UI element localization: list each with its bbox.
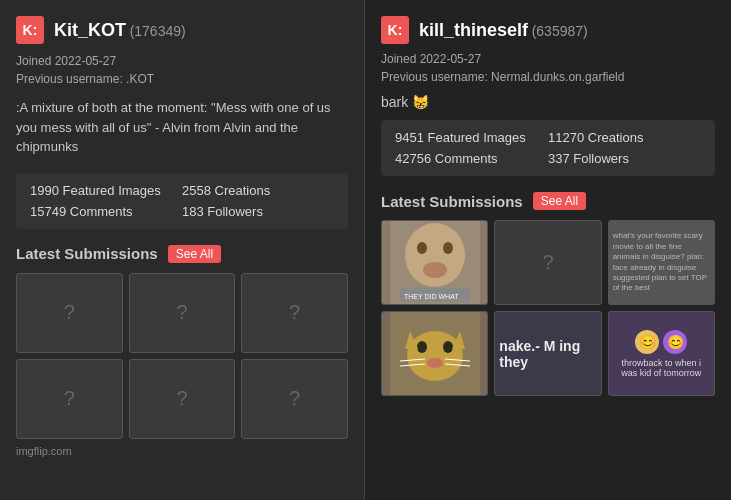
question-icon-5: ? xyxy=(176,387,187,410)
right-thumb-throwback[interactable]: 😊 😊 throwback to when i was kid of tomor… xyxy=(608,311,715,396)
svg-point-8 xyxy=(407,331,463,381)
svg-text:THEY DID WHAT: THEY DID WHAT xyxy=(404,293,459,300)
right-submissions-grid: THEY DID WHAT ? what's your favorite sca… xyxy=(381,220,715,396)
right-prev-username: Previous username: Nermal.dunks.on.garfi… xyxy=(381,70,715,84)
cat-image-svg xyxy=(390,311,480,396)
left-thumb-2[interactable]: ? xyxy=(129,273,236,353)
left-stat-followers: 183 Followers xyxy=(182,204,334,219)
svg-point-2 xyxy=(417,242,427,254)
svg-point-3 xyxy=(443,242,453,254)
left-thumb-1[interactable]: ? xyxy=(16,273,123,353)
left-stat-comments: 15749 Comments xyxy=(30,204,182,219)
left-thumb-6[interactable]: ? xyxy=(241,359,348,439)
svg-point-11 xyxy=(427,358,443,368)
left-stat-creations: 2558 Creations xyxy=(182,183,334,198)
left-username-block: Kit_KOT (176349) xyxy=(54,20,186,41)
throwback-label: throwback to when i was kid of tomorrow xyxy=(613,358,710,378)
right-stats-table: 9451 Featured Images 11270 Creations 427… xyxy=(381,120,715,176)
question-icon-1: ? xyxy=(64,301,75,324)
left-panel: K: Kit_KOT (176349) Joined 2022-05-27 Pr… xyxy=(0,0,365,500)
right-thumb-make[interactable]: nake.- M ing they xyxy=(494,311,601,396)
right-username-block: kill_thineself (635987) xyxy=(419,20,588,41)
right-user-id: (635987) xyxy=(532,23,588,39)
left-submissions-grid: ? ? ? ? ? ? xyxy=(16,273,348,439)
right-bark: bark 😸 xyxy=(381,94,715,110)
right-joined: Joined 2022-05-27 xyxy=(381,52,715,66)
right-panel: K: kill_thineself (635987) Joined 2022-0… xyxy=(365,0,731,500)
left-latest-label: Latest Submissions xyxy=(16,245,158,262)
svg-point-10 xyxy=(443,341,453,353)
right-thumb-question[interactable]: ? xyxy=(494,220,601,305)
left-thumb-4[interactable]: ? xyxy=(16,359,123,439)
question-icon-6: ? xyxy=(289,387,300,410)
svg-point-9 xyxy=(417,341,427,353)
left-thumb-5[interactable]: ? xyxy=(129,359,236,439)
right-stat-featured: 9451 Featured Images xyxy=(395,130,548,145)
left-user-id: (176349) xyxy=(130,23,186,39)
left-see-all-button[interactable]: See All xyxy=(168,245,221,263)
right-username: kill_thineself xyxy=(419,20,528,40)
left-stat-featured: 1990 Featured Images xyxy=(30,183,182,198)
face-image-svg: THEY DID WHAT xyxy=(390,220,480,305)
left-thumb-3[interactable]: ? xyxy=(241,273,348,353)
right-latest-label: Latest Submissions xyxy=(381,193,523,210)
question-icon-4: ? xyxy=(64,387,75,410)
question-icon-3: ? xyxy=(289,301,300,324)
left-joined: Joined 2022-05-27 xyxy=(16,54,348,68)
right-thumb-text[interactable]: what's your favorite scary movie to all … xyxy=(608,220,715,305)
throwback-emoji2: 😊 xyxy=(663,330,687,354)
left-user-header: K: Kit_KOT (176349) xyxy=(16,16,348,44)
right-stat-followers: 337 Followers xyxy=(548,151,701,166)
throwback-emoji: 😊 xyxy=(635,330,659,354)
right-submissions-header: Latest Submissions See All xyxy=(381,192,715,210)
right-stat-creations: 11270 Creations xyxy=(548,130,701,145)
right-thumb-face[interactable]: THEY DID WHAT xyxy=(381,220,488,305)
right-question-icon: ? xyxy=(542,251,553,274)
svg-point-4 xyxy=(423,262,447,278)
left-username: Kit_KOT xyxy=(54,20,126,40)
right-logo-icon: K: xyxy=(381,16,409,44)
left-prev-username: Previous username: .KOT xyxy=(16,72,348,86)
right-thumb-cat[interactable] xyxy=(381,311,488,396)
left-logo-icon: K: xyxy=(16,16,44,44)
question-icon-2: ? xyxy=(176,301,187,324)
left-stats-table: 1990 Featured Images 2558 Creations 1574… xyxy=(16,173,348,229)
right-stat-comments: 42756 Comments xyxy=(395,151,548,166)
right-see-all-button[interactable]: See All xyxy=(533,192,586,210)
site-label: imgflip.com xyxy=(16,445,348,457)
right-make-text: nake.- M ing they xyxy=(499,338,596,370)
left-bio: :A mixture of both at the moment: "Mess … xyxy=(16,98,348,157)
left-submissions-header: Latest Submissions See All xyxy=(16,245,348,263)
right-thumb-text-content: what's your favorite scary movie to all … xyxy=(613,231,710,293)
right-user-header: K: kill_thineself (635987) xyxy=(381,16,715,44)
